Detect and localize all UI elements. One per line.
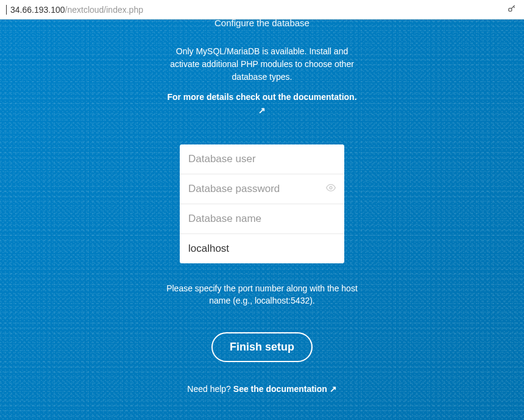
db-name-field-wrapper: [180, 204, 344, 234]
external-link-icon: ↗: [167, 105, 356, 115]
url-host: 34.66.193.100: [10, 5, 65, 15]
db-user-field-wrapper: [180, 144, 344, 174]
database-form: [180, 144, 344, 263]
db-password-input[interactable]: [180, 174, 344, 204]
see-documentation-link[interactable]: See the documentation ↗: [233, 384, 337, 394]
help-text: Need help? See the documentation ↗: [187, 384, 336, 394]
db-user-input[interactable]: [180, 144, 344, 174]
db-host-field-wrapper: [180, 234, 344, 263]
url-text: 34.66.193.100/nextcloud/index.php: [6, 5, 143, 15]
help-prefix: Need help?: [187, 384, 233, 394]
db-availability-info: Only MySQL/MariaDB is available. Install…: [165, 45, 359, 84]
finish-setup-button[interactable]: Finish setup: [211, 332, 313, 362]
eye-icon[interactable]: [326, 183, 336, 195]
content-wrapper: Configure the database Only MySQL/MariaD…: [0, 20, 524, 420]
port-hint-text: Please specify the port number along wit…: [165, 283, 359, 307]
main-content: Configure the database Only MySQL/MariaD…: [0, 20, 524, 420]
section-title: Configure the database: [214, 20, 310, 28]
documentation-link[interactable]: For more details check out the documenta…: [167, 92, 356, 115]
url-path: /nextcloud/index.php: [65, 5, 143, 15]
db-host-input[interactable]: [180, 234, 344, 263]
db-password-field-wrapper: [180, 174, 344, 204]
doc-link-text: For more details check out the documenta…: [167, 92, 356, 102]
key-icon[interactable]: [507, 4, 517, 16]
browser-address-bar: 34.66.193.100/nextcloud/index.php: [0, 0, 524, 20]
db-name-input[interactable]: [180, 204, 344, 233]
svg-point-1: [330, 187, 332, 189]
